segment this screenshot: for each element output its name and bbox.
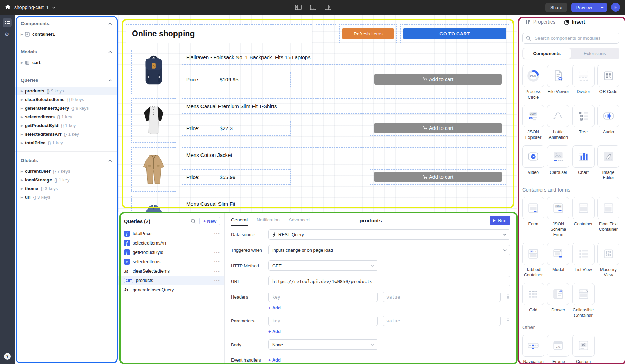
data-source-select[interactable]: REST Query: [268, 229, 510, 240]
component-search[interactable]: [522, 33, 619, 44]
disclosure-arrow-icon[interactable]: ▶: [21, 89, 25, 93]
container-icon[interactable]: [572, 197, 595, 219]
help-icon[interactable]: ?: [4, 353, 11, 360]
refresh-items-button[interactable]: Refresh items: [342, 28, 394, 39]
grid-icon[interactable]: [522, 283, 544, 305]
component-audio[interactable]: Audio: [597, 105, 619, 135]
component-carousel[interactable]: Carousel: [547, 145, 569, 176]
tree-item-localStorage[interactable]: ▶localStorage{} 1 key: [15, 176, 118, 184]
query-options-icon[interactable]: ···: [214, 278, 221, 283]
disclosure-arrow-icon[interactable]: ▶: [21, 187, 25, 190]
component-modal[interactable]: ×Modal: [547, 243, 569, 273]
component-drawer[interactable]: ×Drawer: [547, 283, 569, 313]
editor-tab-general[interactable]: General: [231, 217, 248, 226]
component-video[interactable]: Video: [522, 145, 544, 176]
http-method-select[interactable]: GET: [268, 260, 378, 271]
preview-button[interactable]: Preview: [571, 3, 607, 12]
chart-icon[interactable]: [572, 145, 595, 168]
chevron-up-icon[interactable]: [108, 157, 112, 163]
gear-icon[interactable]: ⚙: [5, 31, 9, 37]
qr-code-icon[interactable]: [597, 65, 619, 87]
app-title[interactable]: shopping-cart_1: [14, 5, 49, 10]
query-item-totalPrice[interactable]: ftotalPrice···: [118, 229, 224, 238]
chevron-up-icon[interactable]: [108, 77, 112, 83]
disclosure-arrow-icon[interactable]: ▶: [21, 107, 25, 110]
list-view-icon[interactable]: [572, 243, 595, 265]
component-search-input[interactable]: [534, 35, 616, 41]
disclosure-arrow-icon[interactable]: ▶: [21, 33, 25, 36]
add-to-cart-button[interactable]: Add to cart: [374, 123, 502, 133]
component-collapsible-container[interactable]: Collapsible Container: [572, 283, 595, 318]
component-tree[interactable]: Tree: [572, 105, 595, 135]
component-container[interactable]: Container: [572, 197, 595, 227]
segment-components[interactable]: Components: [523, 48, 571, 59]
tab-properties[interactable]: Properties: [526, 19, 555, 28]
component-tabbed-container[interactable]: ABTabbed Container: [522, 243, 544, 278]
component-float-text-container[interactable]: Float Text Container: [597, 197, 619, 232]
query-item-getProductById[interactable]: fgetProductById···: [118, 248, 224, 257]
masonry-view-icon[interactable]: [597, 243, 619, 265]
component-chart[interactable]: Chart: [572, 145, 595, 176]
query-item-generateInsertQuery[interactable]: JsgenerateInsertQuery···: [118, 285, 224, 294]
trash-icon[interactable]: [506, 318, 510, 324]
home-icon[interactable]: [4, 4, 11, 11]
disclosure-arrow-icon[interactable]: ▶: [21, 124, 25, 127]
query-options-icon[interactable]: ···: [214, 268, 221, 274]
file-viewer-icon[interactable]: [547, 65, 569, 87]
component-lottie-animation[interactable]: Lottie Animation: [547, 105, 569, 140]
component-grid[interactable]: Grid: [522, 283, 544, 313]
component-navigation[interactable]: Navigation: [522, 335, 544, 364]
tree-item-selectedItems[interactable]: ▶selectedItems{} 1 key: [15, 113, 118, 121]
query-options-icon[interactable]: ···: [214, 231, 221, 236]
image-editor-icon[interactable]: [597, 145, 619, 168]
toggle-bottom-panel-icon[interactable]: [310, 4, 316, 10]
component-custom-component[interactable]: Custom Component: [572, 335, 595, 364]
disclosure-arrow-icon[interactable]: ▶: [21, 98, 25, 101]
avatar[interactable]: F: [611, 3, 620, 12]
component-form[interactable]: Form: [522, 197, 544, 227]
divider-icon[interactable]: [572, 65, 595, 87]
collapsible-container-icon[interactable]: [572, 283, 595, 305]
tree-item-getProductById[interactable]: ▶getProductById{} 1 key: [15, 121, 118, 130]
parameter-value-input[interactable]: [383, 316, 501, 326]
url-input[interactable]: [268, 276, 510, 286]
add-to-cart-button[interactable]: Add to cart: [374, 74, 502, 85]
search-icon[interactable]: [191, 219, 196, 224]
tree-icon[interactable]: [572, 105, 595, 127]
tree-item-totalPrice[interactable]: ▶totalPrice{} 1 key: [15, 139, 118, 147]
query-item-products[interactable]: GETproducts···: [118, 276, 224, 285]
disclosure-arrow-icon[interactable]: ▶: [21, 61, 25, 64]
custom-component-icon[interactable]: [572, 335, 595, 357]
query-item-selectedItems[interactable]: xselectedItems···: [118, 257, 224, 266]
tree-item-container1[interactable]: ▶container1: [15, 30, 118, 38]
preview-chevron-icon[interactable]: [597, 3, 607, 12]
disclosure-arrow-icon[interactable]: ▶: [21, 133, 25, 136]
toggle-right-panel-icon[interactable]: [325, 4, 331, 10]
body-select[interactable]: None: [268, 339, 378, 350]
process-circle-icon[interactable]: 25%: [522, 65, 544, 87]
toggle-left-panel-icon[interactable]: [295, 4, 302, 10]
tree-item-cart[interactable]: ▶cart: [15, 58, 118, 67]
trash-icon[interactable]: [506, 294, 510, 300]
tree-item-selectedItemsArr[interactable]: ▶selectedItemsArr{} 1 key: [15, 130, 118, 139]
tree-item-generateInsertQuery[interactable]: ▶generateInsertQuery{} 9 keys: [15, 104, 118, 113]
disclosure-arrow-icon[interactable]: ▶: [21, 115, 25, 119]
editor-tab-notification[interactable]: Notification: [257, 217, 280, 226]
component-json-schema-form[interactable]: JSONJSON Schema Form: [547, 197, 569, 238]
json-schema-form-icon[interactable]: JSON: [547, 197, 569, 219]
tree-item-clearSelectedtems[interactable]: ▶clearSelectedtems{} 9 keys: [15, 95, 118, 104]
tree-item-theme[interactable]: ▶theme{} 3 keys: [15, 184, 118, 193]
preview-button-label[interactable]: Preview: [571, 3, 597, 12]
modal-icon[interactable]: ×: [547, 243, 569, 265]
add-to-cart-button[interactable]: Add to cart: [374, 172, 502, 182]
query-item-selectedItemsArr[interactable]: fselectedItemsArr···: [118, 238, 224, 248]
disclosure-arrow-icon[interactable]: ▶: [21, 196, 25, 199]
disclosure-arrow-icon[interactable]: ▶: [21, 141, 25, 145]
query-options-icon[interactable]: ···: [214, 259, 221, 264]
header-key-input[interactable]: [268, 292, 378, 302]
tab-insert[interactable]: Insert: [564, 19, 585, 28]
carousel-icon[interactable]: [547, 145, 569, 168]
chevron-down-icon[interactable]: [52, 6, 55, 9]
component-divider[interactable]: Divider: [572, 65, 595, 95]
chevron-up-icon[interactable]: [108, 48, 112, 55]
